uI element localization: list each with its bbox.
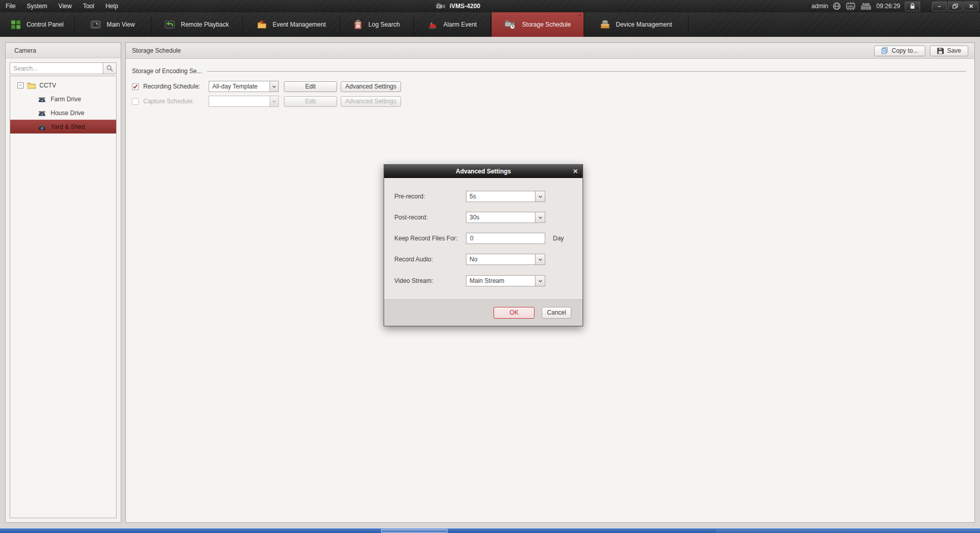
- advanced-settings-dialog: Advanced Settings ✕ Pre-record: 5s Post-…: [384, 164, 583, 326]
- taskbar-tray-area: [716, 529, 980, 533]
- pre-record-value: 5s: [466, 191, 535, 202]
- menu-view[interactable]: View: [53, 0, 77, 12]
- recording-edit-button[interactable]: Edit: [284, 81, 337, 92]
- checkmark-icon: [132, 84, 138, 90]
- capture-edit-button[interactable]: Edit: [284, 96, 337, 107]
- camera-tree: − CCTV Farm Drive: [10, 76, 117, 518]
- tab-label: Remote Playback: [181, 21, 229, 28]
- tree-node-cctv[interactable]: − CCTV: [10, 78, 116, 92]
- device-management-icon: [600, 19, 610, 30]
- tab-event-management[interactable]: Event Management: [243, 12, 340, 37]
- chevron-down-icon[interactable]: [535, 276, 545, 286]
- tab-label: Storage Schedule: [522, 21, 571, 28]
- capture-schedule-checkbox[interactable]: [132, 98, 139, 105]
- tab-control-panel[interactable]: Control Panel: [0, 12, 74, 37]
- keep-record-files-input[interactable]: [466, 233, 545, 244]
- save-icon: [937, 48, 944, 54]
- chevron-down-icon[interactable]: [535, 254, 545, 264]
- recording-template-value: All-day Template: [209, 81, 270, 92]
- tab-label: Device Management: [616, 21, 672, 28]
- event-management-icon: [257, 19, 267, 30]
- windows-taskbar[interactable]: [0, 528, 980, 533]
- close-window-button[interactable]: ✕: [964, 2, 978, 11]
- taskbar-active-app-button[interactable]: [381, 529, 448, 533]
- camera-label: Farm Drive: [51, 96, 81, 103]
- camera-icon: [38, 123, 46, 130]
- capture-schedule-row: Capture Schedule: Edit Advanced Settings: [126, 96, 974, 107]
- lock-icon: [910, 3, 915, 9]
- remote-playback-icon: [165, 19, 175, 30]
- video-stream-select[interactable]: Main Stream: [466, 275, 545, 286]
- restore-button[interactable]: [948, 2, 963, 11]
- capture-template-select[interactable]: [209, 96, 279, 107]
- camera-panel: Camera − CCTV: [5, 42, 121, 523]
- tab-storage-schedule[interactable]: Storage Schedule ×: [491, 12, 584, 37]
- tab-separator: [688, 15, 688, 34]
- collapse-toggle-icon[interactable]: −: [17, 82, 24, 88]
- post-record-select[interactable]: 30s: [466, 212, 545, 223]
- globe-icon[interactable]: [833, 2, 841, 10]
- tab-close-icon[interactable]: ×: [578, 13, 581, 18]
- ram-icon[interactable]: RAM: [860, 2, 872, 10]
- menu-system[interactable]: System: [21, 0, 53, 12]
- record-audio-label: Record Audio:: [394, 256, 466, 263]
- recording-template-select[interactable]: All-day Template: [209, 81, 279, 92]
- record-audio-select[interactable]: No: [466, 254, 545, 265]
- copy-to-label: Copy to...: [892, 47, 918, 54]
- camera-item-farm-drive[interactable]: Farm Drive: [10, 92, 116, 106]
- tab-label: Log Search: [368, 21, 399, 28]
- copy-icon: [881, 47, 888, 54]
- tab-label: Main View: [106, 21, 135, 28]
- record-audio-row: Record Audio: No: [394, 254, 545, 265]
- recording-schedule-checkbox[interactable]: [132, 83, 139, 90]
- menu-tool[interactable]: Tool: [77, 0, 100, 12]
- video-stream-label: Video Stream:: [394, 277, 466, 284]
- menu-bar: File System View Tool Help iVMS-4200 adm…: [0, 0, 980, 12]
- minimize-button[interactable]: –: [932, 2, 947, 11]
- dialog-close-icon[interactable]: ✕: [573, 165, 578, 178]
- ok-button[interactable]: OK: [494, 307, 534, 319]
- cpu-icon[interactable]: CPU: [845, 2, 856, 10]
- chevron-down-icon[interactable]: [535, 191, 545, 202]
- chevron-down-icon[interactable]: [270, 96, 278, 106]
- alarm-event-icon: [428, 19, 438, 30]
- search-button[interactable]: [103, 62, 117, 74]
- tab-alarm-event[interactable]: Alarm Event: [414, 12, 491, 37]
- capture-advanced-settings-button[interactable]: Advanced Settings: [341, 96, 401, 107]
- chevron-down-icon[interactable]: [270, 81, 278, 92]
- save-label: Save: [947, 47, 961, 54]
- save-button[interactable]: Save: [930, 46, 968, 56]
- camera-icon: [38, 96, 46, 103]
- video-stream-value: Main Stream: [466, 276, 535, 286]
- pre-record-select[interactable]: 5s: [466, 191, 545, 202]
- search-input[interactable]: [10, 62, 103, 74]
- dialog-title-bar[interactable]: Advanced Settings ✕: [384, 165, 583, 178]
- main-tab-bar: Control Panel Main View Remote Playback: [0, 12, 980, 37]
- menu-help[interactable]: Help: [100, 0, 124, 12]
- copy-to-button[interactable]: Copy to...: [874, 46, 925, 56]
- capture-template-value: [209, 96, 270, 106]
- keep-record-files-label: Keep Record Files For:: [394, 235, 466, 242]
- cancel-button[interactable]: Cancel: [542, 307, 571, 319]
- camera-item-house-drive[interactable]: House Drive: [10, 106, 116, 120]
- control-panel-icon: [11, 19, 21, 30]
- video-stream-row: Video Stream: Main Stream: [394, 275, 545, 286]
- tab-remote-playback[interactable]: Remote Playback: [151, 12, 242, 37]
- post-record-row: Post-record: 30s: [394, 212, 545, 223]
- camera-item-yard-and-shed[interactable]: Yard & Shed: [10, 120, 116, 134]
- tab-device-management[interactable]: Device Management: [584, 12, 688, 37]
- chevron-down-icon[interactable]: [535, 212, 545, 223]
- menu-file[interactable]: File: [0, 0, 21, 12]
- dialog-title: Advanced Settings: [456, 168, 511, 175]
- post-record-value: 30s: [466, 212, 535, 223]
- tab-main-view[interactable]: Main View: [75, 12, 151, 37]
- restore-icon: [952, 4, 958, 9]
- section-divider: [207, 71, 966, 72]
- search-icon: [106, 65, 113, 72]
- recording-advanced-settings-button[interactable]: Advanced Settings: [341, 81, 401, 92]
- recording-schedule-row: Recording Schedule: All-day Template Edi…: [126, 81, 974, 92]
- camera-label: House Drive: [51, 109, 84, 117]
- lock-button[interactable]: [905, 2, 920, 11]
- camera-label: Yard & Shed: [51, 123, 85, 130]
- tab-log-search[interactable]: Log Search: [340, 12, 413, 37]
